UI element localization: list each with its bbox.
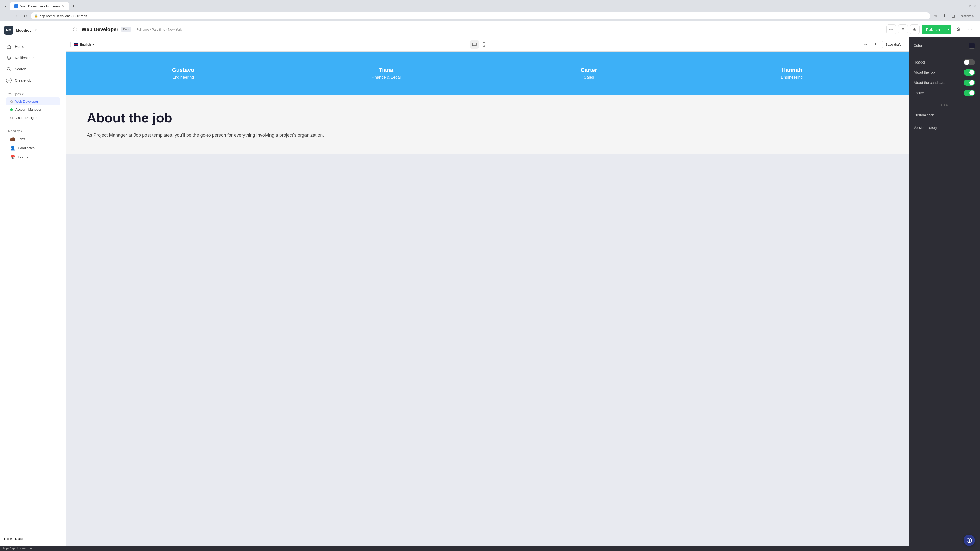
sidebar-job-visual-designer[interactable]: Visual Designer xyxy=(6,114,60,122)
publish-arrow-icon[interactable]: ▾ xyxy=(945,25,951,34)
nav-forward-btn[interactable]: → xyxy=(12,12,19,19)
sidebar-item-home[interactable]: Home xyxy=(2,41,64,52)
mobile-view-btn[interactable] xyxy=(480,40,488,49)
sidebar-item-candidates[interactable]: 👤 Candidates xyxy=(6,144,60,152)
more-options-btn[interactable]: ··· xyxy=(965,24,975,34)
top-bar: Web Developer Draft Full-time / Part-tim… xyxy=(66,21,980,38)
help-button[interactable] xyxy=(964,535,975,546)
draft-badge: Draft xyxy=(121,27,131,32)
view-toggle xyxy=(470,40,488,49)
minimize-btn[interactable]: ─ xyxy=(965,4,967,8)
close-window-btn[interactable]: ✕ xyxy=(974,4,976,8)
color-row: Color xyxy=(914,43,975,49)
canvas-edit-btn[interactable]: ✏ xyxy=(861,40,870,48)
sidebar-item-create-job[interactable]: + Create job xyxy=(2,75,64,86)
maximize-btn[interactable]: □ xyxy=(969,4,971,8)
svg-point-1 xyxy=(73,27,77,31)
address-text: app.homerun.co/job/336501/edit xyxy=(40,14,87,18)
sidebar-home-label: Home xyxy=(15,44,24,49)
visual-designer-label: Visual Designer xyxy=(15,116,38,120)
events-label: Events xyxy=(18,156,28,159)
team-member-name-3: Hannah xyxy=(695,67,888,73)
about-job-label: About the job xyxy=(914,70,935,75)
profile-btn[interactable]: ◫ xyxy=(950,12,957,19)
moodjoy-section: Moodjoy ▾ 💼 Jobs 👤 Candidates 📅 Events xyxy=(0,125,66,163)
about-candidate-toggle-track xyxy=(964,79,975,86)
incognito-btn[interactable]: Incognito (2) xyxy=(958,12,977,19)
company-dropdown-arrow[interactable]: ▾ xyxy=(35,28,37,32)
browser-tab-active[interactable]: H Web Developer - Homerun ✕ xyxy=(10,2,69,10)
sidebar-header: MM Moodjoy ▾ xyxy=(0,21,66,39)
company-name: Moodjoy xyxy=(16,28,32,32)
color-label: Color xyxy=(914,44,922,48)
jobs-icon: 💼 xyxy=(10,137,15,141)
list-toolbar-btn[interactable]: ≡ xyxy=(898,24,908,34)
jobs-label: Jobs xyxy=(18,137,25,141)
flag-icon xyxy=(74,43,78,46)
visual-designer-dot xyxy=(10,117,13,119)
save-draft-btn[interactable]: Save draft xyxy=(882,41,904,48)
home-icon xyxy=(6,44,12,49)
about-job-toggle-track xyxy=(964,69,975,76)
about-candidate-toggle[interactable] xyxy=(964,79,975,86)
sidebar-job-web-developer[interactable]: Web Developer xyxy=(6,97,60,105)
publish-button[interactable]: Publish ▾ xyxy=(921,25,951,34)
header-toggle[interactable] xyxy=(964,59,975,65)
moodjoy-chevron[interactable]: ▾ xyxy=(21,129,22,133)
bookmark-btn[interactable]: ☆ xyxy=(932,12,939,19)
sidebar-item-notifications[interactable]: Notifications xyxy=(2,52,64,63)
search-toolbar-btn[interactable]: ⊕ xyxy=(910,24,920,34)
status-bar: https://app.homerun.co xyxy=(0,546,980,551)
language-btn[interactable]: English ▾ xyxy=(70,41,97,48)
team-member-name-1: Tiana xyxy=(290,67,482,73)
team-member-2: Carter Sales xyxy=(487,62,690,85)
settings-btn[interactable]: ⚙ xyxy=(953,24,963,34)
tab-group: ▾ H Web Developer - Homerun ✕ + xyxy=(2,2,77,10)
about-candidate-toggle-thumb xyxy=(969,80,974,85)
team-section: Gustavo Engineering Tiana Finance & Lega… xyxy=(66,52,908,95)
account-manager-label: Account Manager xyxy=(15,108,41,111)
your-jobs-section: Your jobs ▾ Web Developer Account Manage… xyxy=(0,88,66,123)
new-tab-btn[interactable]: + xyxy=(70,3,77,10)
about-job-row: About the job xyxy=(914,69,975,76)
custom-code-link[interactable]: Custom code xyxy=(908,109,980,121)
page-refresh-btn[interactable] xyxy=(72,26,79,33)
svg-point-4 xyxy=(484,45,484,46)
download-btn[interactable]: ⬇ xyxy=(941,12,948,19)
canvas-toolbar: English ▾ xyxy=(66,38,908,52)
tab-close-btn[interactable]: ✕ xyxy=(62,4,65,8)
color-swatch[interactable] xyxy=(969,43,975,49)
sidebar-item-search[interactable]: Search xyxy=(2,64,64,75)
version-history-link[interactable]: Version history xyxy=(908,121,980,134)
candidates-label: Candidates xyxy=(18,146,35,150)
svg-point-6 xyxy=(969,541,969,542)
dot-3 xyxy=(946,104,948,106)
sidebar-notifications-label: Notifications xyxy=(15,56,34,60)
sidebar-item-events[interactable]: 📅 Events xyxy=(6,153,60,162)
tab-history-btn[interactable]: ▾ xyxy=(2,3,9,10)
team-member-3: Hannah Engineering xyxy=(690,62,893,85)
footer-toggle[interactable] xyxy=(964,90,975,96)
about-job-toggle-thumb xyxy=(969,70,974,75)
sidebar-item-jobs[interactable]: 💼 Jobs xyxy=(6,135,60,143)
team-member-dept-1: Finance & Legal xyxy=(290,75,482,79)
desktop-view-btn[interactable] xyxy=(470,40,479,49)
team-member-dept-3: Engineering xyxy=(695,75,888,79)
sidebar-job-account-manager[interactable]: Account Manager xyxy=(6,106,60,114)
address-bar[interactable]: 🔒 app.homerun.co/job/336501/edit xyxy=(30,13,930,19)
edit-toolbar-btn[interactable]: ✏ xyxy=(886,24,896,34)
svg-rect-2 xyxy=(473,43,476,46)
canvas-preview-btn[interactable]: 👁 xyxy=(872,40,880,48)
nav-refresh-btn[interactable]: ↻ xyxy=(21,12,29,19)
job-desc-text: As Project Manager at Job post templates… xyxy=(87,132,888,139)
your-jobs-chevron[interactable]: ▾ xyxy=(22,92,24,96)
dot-2 xyxy=(943,104,945,106)
header-toggle-track xyxy=(964,59,975,65)
team-member-dept-2: Sales xyxy=(493,75,685,79)
canvas-scroll[interactable]: Gustavo Engineering Tiana Finance & Lega… xyxy=(66,52,908,546)
about-job-toggle[interactable] xyxy=(964,69,975,76)
bell-icon xyxy=(6,55,12,61)
team-member-name-0: Gustavo xyxy=(87,67,280,73)
sidebar: MM Moodjoy ▾ Home Not xyxy=(0,21,66,546)
nav-back-btn[interactable]: ← xyxy=(3,12,10,19)
